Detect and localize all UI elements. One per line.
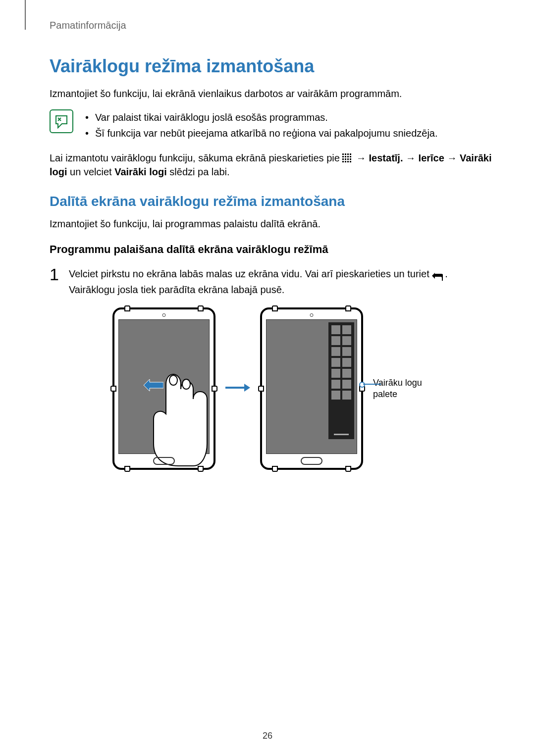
note-item: Var palaist tikai vairāklogu joslā esošā… bbox=[83, 109, 438, 125]
step-text: Velciet pirkstu no ekrāna labās malas uz… bbox=[69, 268, 432, 279]
svg-point-1 bbox=[182, 379, 190, 389]
note-icon bbox=[50, 109, 73, 133]
section-header: Pamatinformācija bbox=[50, 20, 495, 31]
callout-line bbox=[363, 384, 381, 385]
page-number: 26 bbox=[263, 731, 272, 741]
step-1: 1 Velciet pirkstu no ekrāna labās malas … bbox=[50, 266, 495, 298]
apps-grid-icon bbox=[342, 153, 353, 164]
multiwindow-panel bbox=[328, 322, 354, 439]
callout-dot bbox=[359, 382, 365, 388]
note-item: Šī funkcija var nebūt pieejama atkarībā … bbox=[83, 125, 438, 141]
callout-label: Vairāku logu palete bbox=[373, 377, 432, 401]
step-text: Vairāklogu josla tiek parādīta ekrāna la… bbox=[69, 282, 448, 298]
instruction-text: Lai izmantotu vairāklogu funkciju, sākum… bbox=[50, 151, 495, 179]
subheading-3: Programmu palaišana dalītā ekrāna vairāk… bbox=[50, 243, 495, 256]
note-box: Var palaist tikai vairāklogu joslā esošā… bbox=[50, 109, 495, 141]
swipe-left-arrow-icon bbox=[144, 379, 163, 393]
intro-text: Izmantojiet šo funkciju, lai ekrānā vien… bbox=[50, 87, 495, 101]
device-after bbox=[260, 307, 363, 470]
subheading: Dalītā ekrāna vairāklogu režīma izmantoš… bbox=[50, 194, 495, 209]
page-title: Vairāklogu režīma izmantošana bbox=[50, 56, 495, 77]
figure: Vairāku logu palete bbox=[50, 307, 495, 470]
arrow-right-icon bbox=[225, 382, 250, 396]
body-text: Izmantojiet šo funkciju, lai programmas … bbox=[50, 217, 495, 231]
device-before bbox=[112, 307, 215, 470]
step-number: 1 bbox=[50, 266, 59, 283]
svg-point-0 bbox=[169, 375, 177, 385]
back-icon bbox=[432, 270, 445, 279]
